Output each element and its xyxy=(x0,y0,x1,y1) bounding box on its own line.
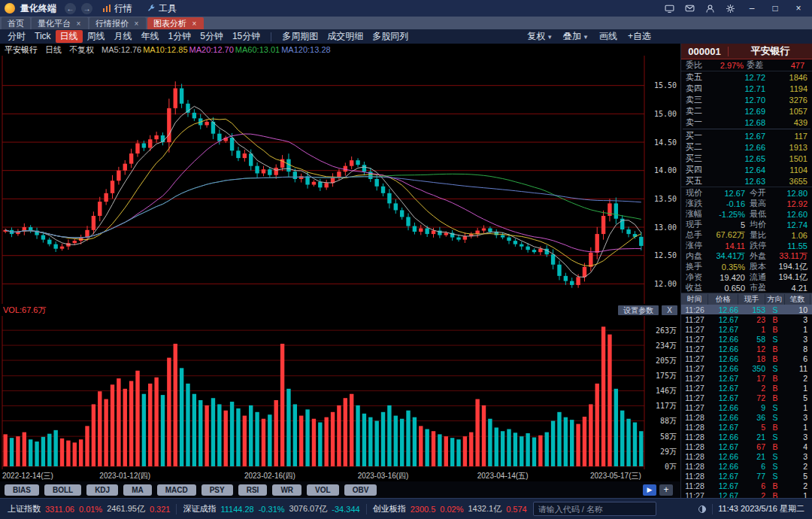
ask-row[interactable]: 卖五12.721846 xyxy=(681,71,812,83)
x-axis-label: 2023-01-12(四) xyxy=(99,471,150,481)
tick-row[interactable]: 11:2712.669S1 xyxy=(681,402,812,412)
back-button[interactable]: ← xyxy=(65,3,76,14)
ask-row[interactable]: 卖三12.703276 xyxy=(681,94,812,105)
tick-row[interactable]: 11:2712.66350S11 xyxy=(681,363,812,373)
toolbar-action[interactable]: 多股同列 xyxy=(368,30,413,43)
indicator-button[interactable]: BIAS xyxy=(5,484,39,496)
stat-row: 换手0.35%股本194.1亿 xyxy=(686,261,807,272)
column-header[interactable]: 时间 xyxy=(681,294,708,305)
tick-row[interactable]: 11:2712.6717B2 xyxy=(681,373,812,383)
indicator-button[interactable]: MACD xyxy=(157,484,196,496)
tick-direction: S xyxy=(765,364,785,373)
minimize-button[interactable]: – xyxy=(743,2,761,15)
indicator-button[interactable]: RSI xyxy=(238,484,268,496)
tab-close-icon[interactable]: × xyxy=(191,20,198,28)
period-tab[interactable]: 15分钟 xyxy=(228,30,265,43)
candlestick-chart[interactable]: 12.0012.5013.0013.5014.0014.5015.0015.50 xyxy=(0,56,680,304)
tab-close-icon[interactable]: × xyxy=(133,20,140,28)
indicator-button[interactable]: PSY xyxy=(201,484,233,496)
period-tab[interactable]: 日线 xyxy=(56,30,83,43)
tick-count: 3 xyxy=(785,413,810,422)
toolbar-action[interactable]: 多周期图 xyxy=(277,30,323,43)
tick-row[interactable]: 11:2612.66153S10 xyxy=(681,305,812,314)
ask-row[interactable]: 卖四12.711194 xyxy=(681,83,812,94)
tab-quote-board[interactable]: 行情报价 × xyxy=(89,17,146,29)
indicator-button[interactable]: WR xyxy=(272,484,301,496)
tick-row[interactable]: 11:2712.6612B8 xyxy=(681,344,812,354)
tick-row[interactable]: 11:2712.6618B6 xyxy=(681,354,812,363)
next-page-icon[interactable]: ▶ xyxy=(643,484,656,496)
toolbar-action[interactable]: 画线 xyxy=(595,30,622,43)
index-quote[interactable]: 创业板指2300.50.02%1432.1亿0.574 xyxy=(373,503,527,514)
close-button[interactable]: × xyxy=(789,2,807,15)
menu-tools[interactable]: 工具 xyxy=(142,0,181,17)
tick-row[interactable]: 11:2712.672B1 xyxy=(681,383,812,393)
tick-row[interactable]: 11:2812.675B1 xyxy=(681,422,812,432)
book-price: 12.68 xyxy=(708,118,774,127)
add-indicator-button[interactable]: + xyxy=(659,484,673,496)
period-tab[interactable]: 月线 xyxy=(110,30,137,43)
toolbar-action[interactable]: 成交明细 xyxy=(323,30,368,43)
bid-row[interactable]: 买五12.633655 xyxy=(681,175,812,187)
screenshot-button[interactable] xyxy=(662,2,677,14)
indicator-button[interactable]: VOL xyxy=(307,484,339,496)
indicator-button[interactable]: BOLL xyxy=(44,484,81,496)
period-tab[interactable]: 周线 xyxy=(83,30,110,43)
ask-row[interactable]: 卖一12.68439 xyxy=(681,117,812,128)
menu-quotes[interactable]: 行情 xyxy=(98,0,137,17)
period-tab[interactable]: 5分钟 xyxy=(195,30,228,43)
period-tab[interactable]: 年线 xyxy=(137,30,164,43)
indicator-button[interactable]: MA xyxy=(123,484,152,496)
tick-row[interactable]: 11:2712.671B1 xyxy=(681,324,812,334)
indicator-button[interactable]: KDJ xyxy=(86,484,118,496)
account-button[interactable] xyxy=(702,2,717,14)
column-header[interactable]: 笔数 xyxy=(785,294,810,305)
tab-chart-analysis[interactable]: 图表分析 × xyxy=(147,17,204,29)
tick-row[interactable]: 11:2712.672B1 xyxy=(681,490,812,498)
message-button[interactable] xyxy=(682,2,697,14)
tick-row[interactable]: 11:2812.676B2 xyxy=(681,481,812,490)
tick-direction: S xyxy=(765,305,785,314)
tick-row[interactable]: 11:2812.6767B4 xyxy=(681,442,812,451)
bid-row[interactable]: 买四12.641104 xyxy=(681,164,812,175)
index-quote[interactable]: 上证指数3311.060.01%2461.95亿0.321 xyxy=(8,503,170,514)
ask-row[interactable]: 卖二12.691057 xyxy=(681,105,812,117)
column-header[interactable]: 价格 xyxy=(708,294,738,305)
close-pane-button[interactable]: X xyxy=(662,305,677,315)
toolbar-action[interactable]: +自选 xyxy=(623,30,656,43)
period-tab[interactable]: Tick xyxy=(30,30,56,43)
tab-home[interactable]: 首页 xyxy=(2,17,30,29)
settings-button[interactable] xyxy=(723,2,738,14)
svg-text:12.50: 12.50 xyxy=(654,251,677,260)
column-header[interactable]: 方向 xyxy=(765,294,785,305)
volume-chart[interactable]: 0万29万58万88万117万146万175万205万234万263万 xyxy=(0,316,680,469)
tab-close-icon[interactable]: × xyxy=(75,20,82,28)
period-tab[interactable]: 1分钟 xyxy=(164,30,196,43)
tick-row[interactable]: 11:2712.6723B3 xyxy=(681,314,812,324)
stock-name: 平安银行 xyxy=(5,44,38,56)
indicator-button[interactable]: OBV xyxy=(344,484,377,496)
symbol-search-input[interactable] xyxy=(533,502,656,516)
forward-button[interactable]: → xyxy=(81,3,92,14)
tick-volume: 12 xyxy=(738,344,765,354)
period-tab[interactable]: 分时 xyxy=(3,30,30,43)
tick-row[interactable]: 11:2812.666S2 xyxy=(681,461,812,471)
bid-row[interactable]: 买二12.661913 xyxy=(681,141,812,153)
toolbar-action[interactable]: 叠加▼ xyxy=(559,30,593,43)
tick-row[interactable]: 11:2812.6777S5 xyxy=(681,471,812,481)
tick-volume: 350 xyxy=(738,364,765,373)
toolbar-action[interactable]: 复权▼ xyxy=(523,30,557,43)
tick-row[interactable]: 11:2712.6772B5 xyxy=(681,393,812,402)
column-header[interactable]: 现手 xyxy=(738,294,765,305)
tick-row[interactable]: 11:2712.6658S3 xyxy=(681,334,812,344)
bid-row[interactable]: 买一12.67117 xyxy=(681,130,812,141)
tab-quant-platform[interactable]: 量化平台 × xyxy=(32,17,88,29)
index-quote[interactable]: 深证成指11144.28-0.31%3076.07亿-34.344 xyxy=(183,503,359,514)
tick-row[interactable]: 11:2812.6621S3 xyxy=(681,432,812,442)
tick-volume: 72 xyxy=(738,393,765,402)
indicator-settings-button[interactable]: 设置参数 xyxy=(618,305,659,315)
maximize-button[interactable]: □ xyxy=(766,2,784,15)
tick-row[interactable]: 11:2812.6636S3 xyxy=(681,412,812,422)
tick-row[interactable]: 11:2812.6621S3 xyxy=(681,451,812,461)
bid-row[interactable]: 买三12.651501 xyxy=(681,153,812,164)
